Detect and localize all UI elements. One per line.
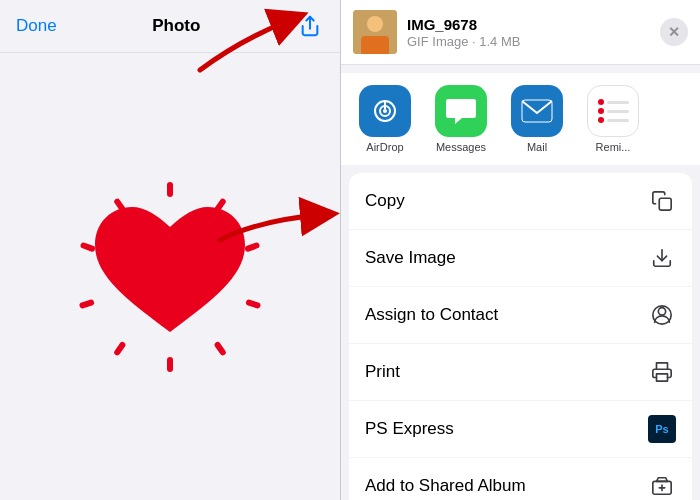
print-action[interactable]: Print: [349, 344, 692, 401]
airdrop-app-item[interactable]: AirDrop: [357, 85, 413, 153]
photo-content: [0, 53, 340, 500]
heart-rays: [70, 177, 270, 377]
photo-nav: Done Photo: [0, 0, 340, 53]
assign-contact-icon: [648, 301, 676, 329]
save-image-label: Save Image: [365, 248, 648, 268]
photo-panel: Done Photo: [0, 0, 340, 500]
messages-label: Messages: [436, 141, 486, 153]
mail-label: Mail: [527, 141, 547, 153]
svg-rect-6: [245, 298, 261, 308]
share-close-button[interactable]: ✕: [660, 18, 688, 46]
done-button[interactable]: Done: [16, 16, 57, 36]
svg-rect-23: [657, 374, 668, 381]
add-shared-album-label: Add to Shared Album: [365, 476, 648, 496]
svg-rect-1: [167, 182, 173, 197]
copy-icon: [648, 187, 676, 215]
filename: IMG_9678: [407, 16, 660, 33]
ps-express-action[interactable]: PS Express Ps: [349, 401, 692, 458]
print-icon: [648, 358, 676, 386]
copy-action[interactable]: Copy: [349, 173, 692, 230]
reminders-icon: [587, 85, 639, 137]
mail-app-item[interactable]: Mail: [509, 85, 565, 153]
ps-logo: Ps: [648, 415, 676, 443]
reminders-dots: [590, 91, 637, 131]
add-shared-album-action[interactable]: Add to Shared Album: [349, 458, 692, 500]
file-thumbnail: [353, 10, 397, 54]
reminders-app-item[interactable]: Remi...: [585, 85, 641, 153]
svg-rect-8: [213, 340, 227, 356]
share-button[interactable]: [296, 12, 324, 40]
svg-rect-10: [167, 357, 173, 372]
svg-rect-4: [80, 241, 96, 252]
svg-rect-13: [361, 36, 389, 54]
save-image-icon: [648, 244, 676, 272]
ps-express-icon: Ps: [648, 415, 676, 443]
messages-app-item[interactable]: Messages: [433, 85, 489, 153]
nav-title: Photo: [152, 16, 200, 36]
file-info: IMG_9678 GIF Image · 1.4 MB: [407, 16, 660, 49]
messages-icon: [435, 85, 487, 137]
share-header: IMG_9678 GIF Image · 1.4 MB ✕: [341, 0, 700, 65]
action-list: Copy Save Image Assign to Contact: [349, 173, 692, 500]
copy-label: Copy: [365, 191, 648, 211]
svg-rect-19: [659, 198, 671, 210]
ps-express-label: PS Express: [365, 419, 648, 439]
add-shared-album-icon: [648, 472, 676, 500]
svg-point-16: [383, 109, 387, 113]
svg-rect-7: [79, 298, 95, 308]
svg-point-12: [367, 16, 383, 32]
apps-row: AirDrop Messages Mail: [341, 73, 700, 165]
svg-point-21: [658, 308, 665, 315]
reminders-label: Remi...: [596, 141, 631, 153]
save-image-action[interactable]: Save Image: [349, 230, 692, 287]
assign-contact-action[interactable]: Assign to Contact: [349, 287, 692, 344]
print-label: Print: [365, 362, 648, 382]
svg-rect-9: [113, 340, 127, 356]
svg-rect-18: [522, 100, 552, 122]
filesize: GIF Image · 1.4 MB: [407, 34, 660, 49]
svg-rect-5: [244, 241, 260, 252]
mail-icon: [511, 85, 563, 137]
share-sheet: IMG_9678 GIF Image · 1.4 MB ✕ AirDrop: [340, 0, 700, 500]
airdrop-icon: [359, 85, 411, 137]
assign-contact-label: Assign to Contact: [365, 305, 648, 325]
airdrop-label: AirDrop: [366, 141, 403, 153]
